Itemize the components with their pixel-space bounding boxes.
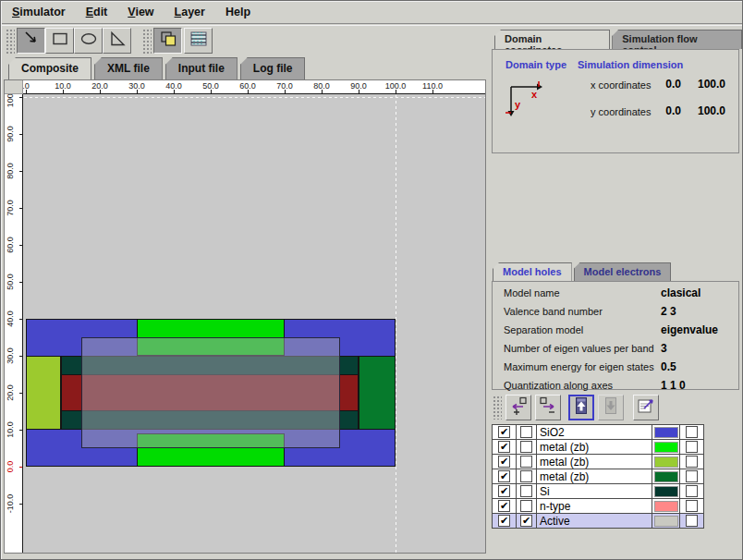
extra-checkbox[interactable] (686, 441, 698, 453)
layer-cell: ✔ (493, 455, 517, 469)
layer-cell (680, 440, 704, 455)
layer-color-swatch[interactable] (654, 486, 678, 497)
metal-left-region[interactable] (26, 356, 61, 430)
drawing-area[interactable] (24, 95, 485, 553)
layer-cell (652, 425, 680, 440)
selection-checkbox[interactable] (520, 470, 532, 482)
selection-checkbox[interactable]: ✔ (520, 515, 532, 527)
menu-layer[interactable]: Layer (164, 2, 215, 23)
layer-properties-button[interactable] (633, 395, 659, 420)
selection-checkbox[interactable] (520, 456, 532, 468)
layer-cell (680, 514, 704, 529)
layer-table: ✔SiO2✔metal (zb)✔metal (zb)✔metal (zb)✔S… (492, 424, 704, 529)
v-ruler-label: 60.0 (5, 226, 16, 263)
tab-input-file[interactable]: Input file (165, 57, 238, 79)
menu-help[interactable]: Help (215, 2, 261, 23)
extra-checkbox[interactable] (686, 456, 698, 468)
tab-log-file[interactable]: Log file (240, 57, 306, 79)
y-max-value: 100.0 (688, 104, 725, 117)
toolbar-drag-handle[interactable] (142, 29, 152, 54)
move-layer-up-button[interactable] (568, 395, 594, 420)
layer-row-metal-zb-[interactable]: ✔metal (zb) (493, 440, 704, 455)
arrow-icon (21, 30, 42, 52)
active-region[interactable] (81, 337, 340, 448)
canvas-frame: .010.020.030.040.050.060.070.080.090.010… (4, 79, 486, 554)
menu-simulator[interactable]: Simulator (2, 2, 76, 23)
domain-boundary-guide-x (396, 95, 396, 553)
layer-color-swatch[interactable] (654, 442, 678, 453)
layer-row-sio2[interactable]: ✔SiO2 (493, 425, 704, 440)
h-ruler-tick (63, 90, 64, 93)
layer-color-swatch[interactable] (654, 457, 678, 468)
selection-checkbox[interactable] (520, 485, 532, 497)
menu-edit[interactable]: Edit (76, 2, 118, 23)
triangle-tool[interactable] (103, 28, 131, 54)
layer-toolbar (491, 393, 742, 423)
layer-cell (680, 425, 704, 440)
extra-checkbox[interactable] (686, 485, 698, 497)
overlap-view-tool[interactable] (153, 28, 182, 54)
layer-color-swatch[interactable] (654, 516, 678, 527)
selection-checkbox[interactable] (520, 500, 532, 512)
extra-checkbox[interactable] (686, 500, 698, 512)
metal-right-region[interactable] (359, 356, 396, 430)
layer-row-si[interactable]: ✔Si (493, 484, 704, 499)
ellipse-tool[interactable] (74, 28, 103, 54)
v-ruler-label: 70.0 (5, 189, 16, 226)
v-ruler-label: 40.0 (5, 300, 16, 337)
tab-model-holes[interactable]: Model holes (493, 262, 572, 282)
axis-orientation-icon: x y (504, 78, 544, 120)
layer-row-metal-zb-[interactable]: ✔metal (zb) (493, 469, 704, 484)
tab-composite[interactable]: Composite (8, 57, 91, 79)
visibility-checkbox[interactable]: ✔ (498, 456, 510, 468)
selection-checkbox[interactable] (520, 441, 532, 453)
v-ruler-tick (19, 134, 23, 135)
split-plus-icon (508, 396, 529, 420)
select-tool[interactable] (17, 28, 45, 54)
tab-model-electrons[interactable]: Model electrons (574, 262, 672, 282)
layer-color-swatch[interactable] (654, 501, 678, 512)
extra-checkbox[interactable] (686, 470, 698, 482)
model-row-label: Quantization along axes (504, 380, 613, 391)
visibility-checkbox[interactable]: ✔ (498, 515, 510, 527)
layer-row-n-type[interactable]: ✔n-type (493, 499, 704, 514)
split-layer-button[interactable] (505, 395, 531, 420)
visibility-checkbox[interactable]: ✔ (498, 500, 510, 512)
layer-row-metal-zb-[interactable]: ✔metal (zb) (493, 455, 704, 469)
simulation-dimension-label: Simulation dimension (578, 59, 683, 70)
ruler-corner (5, 80, 23, 94)
rectangle-tool[interactable] (45, 28, 74, 54)
v-ruler-tick (19, 171, 23, 172)
domain-coordinates-panel: Domain type Simulation dimension x y x c… (492, 49, 739, 153)
extra-checkbox[interactable] (686, 426, 698, 438)
move-layer-down-button (598, 395, 624, 420)
layer-name: metal (zb) (537, 440, 652, 455)
h-ruler-tick (359, 90, 359, 93)
tab-domain-coordinates[interactable]: Domain coordinates (494, 30, 610, 49)
x-min-value: 0.0 (655, 78, 681, 91)
layer-cell (652, 499, 680, 514)
tab-simulation-flow-control[interactable]: Simulation flow control (612, 30, 742, 49)
toolbar-drag-handle[interactable] (6, 29, 15, 54)
grid-view-tool[interactable] (184, 28, 213, 54)
tab-xml-file[interactable]: XML file (94, 57, 163, 79)
selection-checkbox[interactable] (520, 426, 532, 438)
toolbar-drag-handle[interactable] (493, 396, 502, 420)
layer-row-active[interactable]: ✔✔Active (493, 514, 704, 529)
layer-cell: ✔ (493, 440, 517, 455)
visibility-checkbox[interactable]: ✔ (498, 426, 510, 438)
v-ruler-label: -10.0 (5, 485, 16, 522)
menu-view[interactable]: View (117, 2, 164, 23)
layer-color-swatch[interactable] (654, 471, 678, 482)
extra-checkbox[interactable] (686, 515, 698, 527)
model-row-value: 3 (661, 342, 667, 355)
h-ruler-tick (248, 90, 249, 93)
visibility-checkbox[interactable]: ✔ (498, 485, 510, 497)
layer-color-swatch[interactable] (654, 427, 678, 438)
model-tab-bar: Model holesModel electrons (493, 262, 671, 282)
model-row-value: 0.5 (661, 360, 676, 373)
merge-layer-button[interactable] (535, 395, 561, 420)
visibility-checkbox[interactable]: ✔ (498, 470, 510, 482)
model-row-label: Model name (504, 287, 560, 298)
visibility-checkbox[interactable]: ✔ (498, 441, 510, 453)
